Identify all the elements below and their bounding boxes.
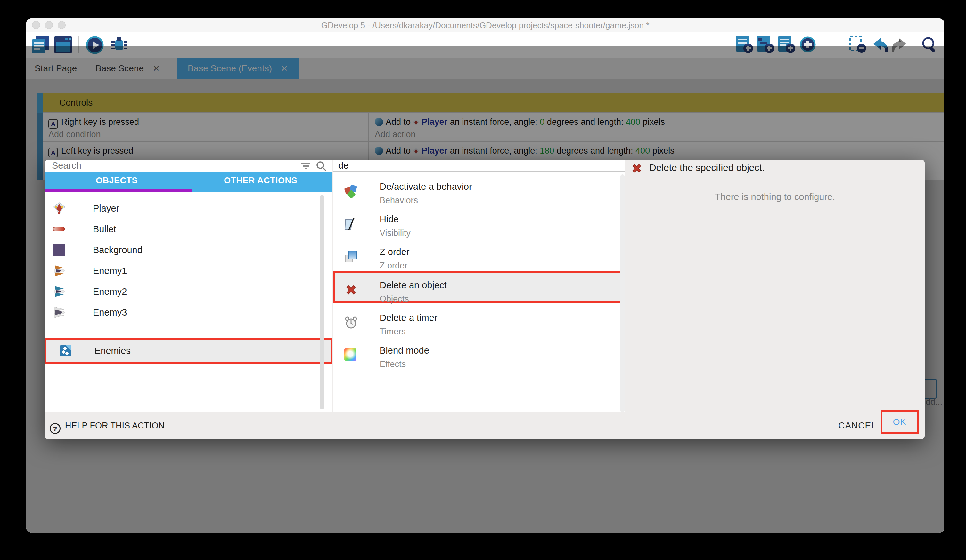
object-name: Player [93,198,119,219]
object-list-item[interactable]: Enemy3 [45,302,326,323]
action-list-item[interactable]: Delete a timer Timers [333,307,620,339]
action-title: Z order [380,247,409,257]
objects-scrollbar[interactable] [320,195,324,409]
player-object-icon [53,202,66,215]
object-search-field[interactable] [45,160,332,172]
object-search-input[interactable] [52,160,276,171]
enemy3-object-icon [53,306,66,319]
action-subtitle: Behaviors [380,195,418,205]
object-name: Bullet [93,219,116,240]
action-search-field[interactable]: ✕ [333,160,624,172]
blend-mode-action-icon [344,349,358,362]
object-name: Enemy3 [93,302,127,323]
object-name: Background [93,240,143,260]
object-list-item[interactable]: Enemy1 [45,260,326,281]
tab-objects[interactable]: OBJECTS [45,172,189,190]
filter-icon[interactable] [301,162,310,170]
delete-timer-action-icon [344,316,358,329]
action-title: Delete an object [380,280,447,291]
object-name: Enemy1 [93,260,127,281]
action-title: Delete a timer [380,313,437,323]
active-tab-underline [45,190,192,192]
action-list-item[interactable]: De/activate a behavior Behaviors [333,176,620,208]
action-search-input[interactable] [338,160,562,171]
action-config-panel: Delete the specified object. There is no… [625,160,925,413]
action-list-item[interactable]: Hide Visibility [333,208,620,240]
action-title: Hide [380,214,399,224]
object-group-name: Enemies [94,339,131,362]
action-list: De/activate a behavior Behaviors Hide Vi… [333,172,624,413]
object-list-item[interactable]: Background [45,240,326,260]
action-list-item[interactable]: Blend mode Effects [333,339,620,372]
help-button[interactable]: ?HELP FOR THIS ACTION [50,418,164,433]
picker-tabs: OBJECTS OTHER ACTIONS [45,172,332,192]
action-list-item[interactable]: Z order Z order [333,241,620,273]
window-title: GDevelop 5 - /Users/dkarakay/Documents/G… [26,18,944,32]
help-icon: ? [50,423,61,434]
actions-scrollbar[interactable] [620,174,624,413]
object-list-item[interactable]: Player [45,198,326,219]
delete-object-action-icon [344,283,358,296]
object-list-item[interactable]: Enemy2 [45,281,326,302]
behavior-action-icon [344,185,358,198]
background-object-icon [53,244,66,256]
dialog-footer: ?HELP FOR THIS ACTION CANCEL OK [45,413,925,439]
delete-object-action-icon [631,162,643,174]
action-list-item-selected[interactable]: Delete an object Objects [333,274,620,306]
action-title: De/activate a behavior [380,182,472,192]
choose-action-dialog: ✕ OBJECTS OTHER ACTIONS Player Bullet [45,160,925,439]
object-name: Enemy2 [93,281,127,302]
app-window: GDevelop 5 - /Users/dkarakay/Documents/G… [26,18,944,533]
ok-button[interactable]: OK [881,410,918,434]
hide-action-icon [344,217,358,231]
bullet-object-icon [53,223,66,236]
enemy1-object-icon [53,264,66,277]
action-title: Blend mode [380,345,429,356]
app-content: Start Page Base Scene✕ Base Scene (Event… [26,32,944,533]
object-group-icon [59,344,72,357]
action-subtitle: Objects [380,294,409,304]
nothing-to-configure-text: There is nothing to configure. [625,192,925,202]
selected-action-description: Delete the specified object. [649,162,764,173]
object-list-item[interactable]: Bullet [45,219,326,240]
search-icon [316,161,327,171]
enemy2-object-icon [53,285,66,298]
object-group-item-selected[interactable]: Enemies [45,338,332,364]
action-subtitle: Timers [380,327,406,337]
cancel-button[interactable]: CANCEL [825,418,889,433]
help-label: HELP FOR THIS ACTION [65,421,164,431]
macos-titlebar: GDevelop 5 - /Users/dkarakay/Documents/G… [26,18,944,32]
z-order-action-icon [344,250,358,264]
object-list: Player Bullet Background Enemy1 Enemy2 [45,192,332,413]
action-subtitle: Z order [380,261,407,271]
action-subtitle: Visibility [380,228,411,238]
action-subtitle: Effects [380,359,406,369]
tab-other-actions[interactable]: OTHER ACTIONS [189,172,332,190]
